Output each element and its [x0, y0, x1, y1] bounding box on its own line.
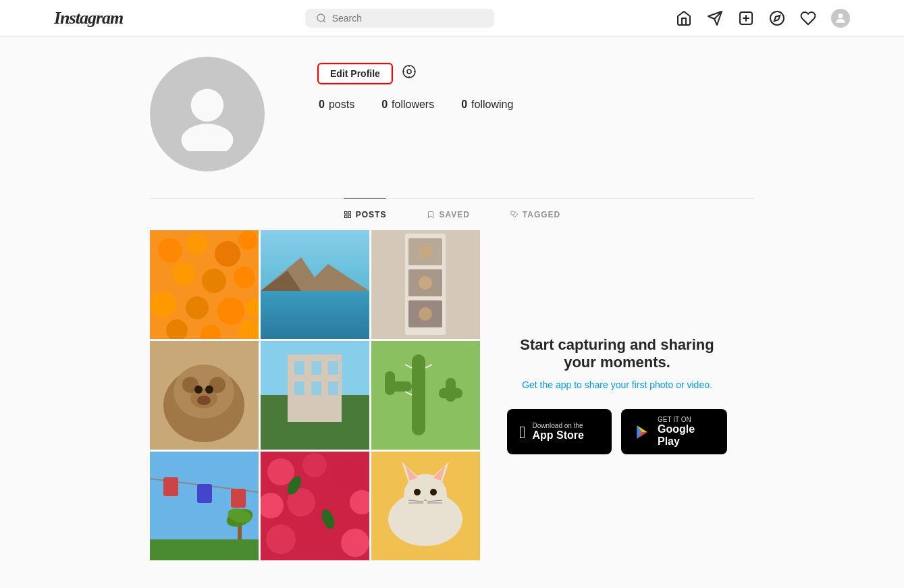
svg-point-57: [205, 385, 213, 394]
search-icon: [316, 13, 327, 24]
tab-tagged-label: TAGGED: [523, 210, 560, 219]
svg-point-0: [317, 14, 325, 22]
svg-point-96: [341, 529, 369, 557]
svg-point-87: [267, 458, 294, 485]
photo-cell[interactable]: [371, 341, 480, 450]
svg-point-31: [151, 292, 176, 317]
google-play-big-label: Google Play: [658, 423, 715, 448]
tab-saved[interactable]: SAVED: [427, 198, 469, 230]
svg-rect-63: [311, 361, 321, 375]
svg-point-25: [186, 233, 208, 255]
svg-line-1: [323, 20, 325, 22]
svg-point-48: [419, 276, 432, 290]
search-input[interactable]: [332, 13, 483, 24]
svg-rect-18: [344, 212, 347, 215]
google-play-small-label: GET IT ON: [658, 416, 715, 423]
tab-saved-label: SAVED: [439, 210, 469, 219]
svg-rect-80: [197, 484, 212, 503]
followers-count: 0: [381, 99, 388, 111]
svg-point-24: [158, 238, 182, 263]
followers-label: followers: [392, 99, 434, 111]
svg-point-11: [182, 124, 234, 151]
photo-cell[interactable]: [261, 341, 369, 450]
profile-avatar[interactable]: [150, 57, 265, 171]
posts-count: 0: [319, 99, 325, 111]
header-nav: [676, 9, 850, 28]
svg-point-58: [197, 396, 211, 405]
grid-icon: [344, 211, 352, 219]
header: Instagram: [0, 0, 904, 36]
svg-rect-19: [348, 212, 351, 215]
photo-cell[interactable]: [150, 230, 259, 339]
svg-point-49: [419, 307, 432, 321]
avatar[interactable]: [831, 9, 850, 28]
send-icon[interactable]: [707, 10, 723, 26]
svg-rect-79: [163, 477, 178, 496]
photo-cell[interactable]: [150, 341, 259, 450]
stat-following[interactable]: 0 following: [461, 99, 513, 111]
svg-rect-62: [294, 361, 304, 375]
svg-rect-64: [328, 361, 338, 375]
svg-rect-65: [294, 381, 304, 395]
svg-point-27: [238, 231, 257, 250]
stat-posts[interactable]: 0 posts: [319, 99, 354, 111]
svg-rect-81: [231, 489, 246, 508]
svg-rect-22: [511, 211, 514, 215]
svg-point-106: [414, 489, 421, 496]
svg-point-94: [266, 525, 296, 554]
svg-rect-39: [261, 291, 369, 339]
tag-icon: [510, 211, 519, 219]
tab-tagged[interactable]: TAGGED: [510, 198, 560, 230]
edit-profile-button[interactable]: Edit Profile: [319, 64, 392, 83]
settings-icon[interactable]: [401, 63, 417, 84]
photo-grid: [150, 230, 480, 560]
svg-rect-21: [348, 215, 351, 218]
svg-rect-85: [150, 539, 259, 560]
bookmark-icon: [427, 211, 435, 219]
profile-actions: Edit Profile: [319, 63, 754, 84]
heart-icon[interactable]: [800, 10, 816, 26]
promo-panel: Start capturing and sharing your moments…: [480, 230, 754, 560]
tab-posts[interactable]: POSTS: [344, 198, 387, 230]
app-store-button[interactable]:  Download on the App Store: [507, 409, 612, 454]
svg-point-26: [215, 241, 240, 267]
svg-point-30: [234, 267, 255, 288]
svg-rect-68: [371, 341, 480, 450]
svg-point-29: [202, 269, 226, 293]
svg-point-47: [419, 245, 432, 259]
svg-rect-66: [311, 381, 321, 395]
app-store-small-label: Download on the: [533, 422, 584, 429]
svg-point-12: [403, 65, 415, 78]
svg-marker-8: [774, 15, 780, 20]
svg-rect-69: [412, 354, 425, 435]
svg-point-9: [839, 14, 843, 18]
svg-point-10: [191, 89, 223, 122]
svg-point-88: [302, 453, 327, 477]
profile-stats: 0 posts 0 followers 0 following: [319, 99, 754, 111]
following-count: 0: [461, 99, 467, 111]
avatar-icon: [170, 77, 244, 151]
svg-point-107: [430, 489, 437, 496]
photo-cell[interactable]: [371, 230, 480, 339]
following-label: following: [471, 99, 513, 111]
photo-cell[interactable]: [150, 452, 259, 560]
google-play-icon: [633, 423, 651, 441]
app-buttons:  Download on the App Store: [507, 409, 727, 454]
photo-cell[interactable]: [261, 452, 369, 560]
add-icon[interactable]: [738, 10, 754, 26]
app-store-big-label: App Store: [533, 429, 584, 442]
home-icon[interactable]: [676, 10, 692, 26]
svg-point-89: [334, 460, 363, 490]
stat-followers[interactable]: 0 followers: [381, 99, 434, 111]
photo-cell[interactable]: [371, 452, 480, 560]
google-play-button[interactable]: GET IT ON Google Play: [621, 409, 727, 454]
explore-icon[interactable]: [769, 10, 785, 26]
profile-tabs-wrap: POSTS SAVED TAGGED: [150, 198, 754, 230]
search-bar[interactable]: [305, 9, 494, 28]
photo-cell[interactable]: [261, 230, 369, 339]
svg-point-7: [770, 11, 784, 25]
svg-rect-20: [344, 215, 347, 218]
apple-icon: : [519, 423, 526, 441]
posts-label: posts: [329, 99, 354, 111]
profile-content: Start capturing and sharing your moments…: [150, 230, 754, 560]
